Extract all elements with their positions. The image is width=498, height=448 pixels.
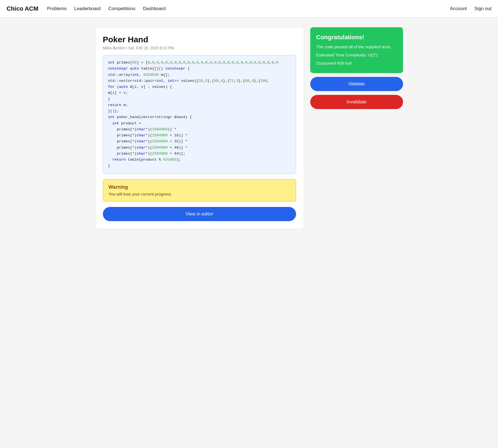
warning-title: Warning	[109, 184, 290, 190]
view-in-editor-button[interactable]: View in editor	[103, 207, 296, 221]
left-card: Poker Hand Miles Benton • Sat, Feb 18, 2…	[95, 27, 304, 229]
nav-account[interactable]: Account	[450, 6, 467, 11]
problem-title: Poker Hand	[103, 35, 296, 44]
complexity-label: Estimated Time Complexity: O(2	[316, 53, 375, 57]
nav-link-leaderboard[interactable]: Leaderboard	[74, 6, 100, 11]
nav-right: Account Sign out	[450, 6, 491, 11]
invalidate-button[interactable]: Invalidate	[310, 95, 403, 109]
right-card: Congratulations! The code passed all of …	[310, 27, 403, 109]
complexity-end: )	[376, 53, 378, 57]
congrats-passed-text: The code passed all of the supplied test…	[316, 44, 397, 50]
navbar: Chico ACM Problems Leaderboard Competiti…	[0, 0, 498, 17]
congrats-fuel: Consumed 658 fuel.	[316, 60, 397, 67]
congrats-box: Congratulations! The code passed all of …	[310, 27, 403, 73]
nav-link-competitions[interactable]: Competitions	[108, 6, 135, 11]
validate-button[interactable]: Validate	[310, 77, 403, 91]
congrats-title: Congratulations!	[316, 34, 397, 41]
nav-link-dashboard[interactable]: Dashboard	[143, 6, 166, 11]
congrats-complexity: Estimated Time Complexity: O(2n)	[316, 52, 397, 58]
nav-links: Problems Leaderboard Competitions Dashbo…	[47, 6, 450, 11]
page-content: Poker Hand Miles Benton • Sat, Feb 18, 2…	[91, 27, 407, 229]
nav-link-problems[interactable]: Problems	[47, 6, 67, 11]
problem-meta: Miles Benton • Sat, Feb 18, 2023 8:13 PM	[103, 46, 296, 50]
nav-brand[interactable]: Chico ACM	[7, 5, 38, 12]
warning-box: Warning You will lose your current progr…	[103, 179, 296, 202]
code-block: int primes[85] = {0,0,0,0,0,0,0,0,0,0,0,…	[103, 55, 296, 174]
warning-text: You will lose your current progress.	[109, 192, 290, 196]
nav-signout[interactable]: Sign out	[475, 6, 491, 11]
